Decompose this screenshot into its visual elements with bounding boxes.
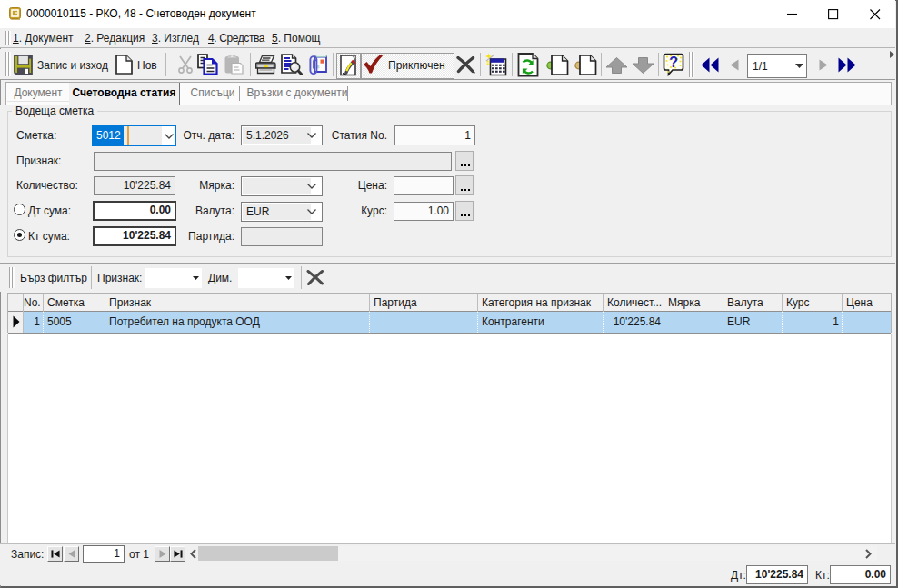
svg-text:?: ? bbox=[669, 55, 678, 70]
